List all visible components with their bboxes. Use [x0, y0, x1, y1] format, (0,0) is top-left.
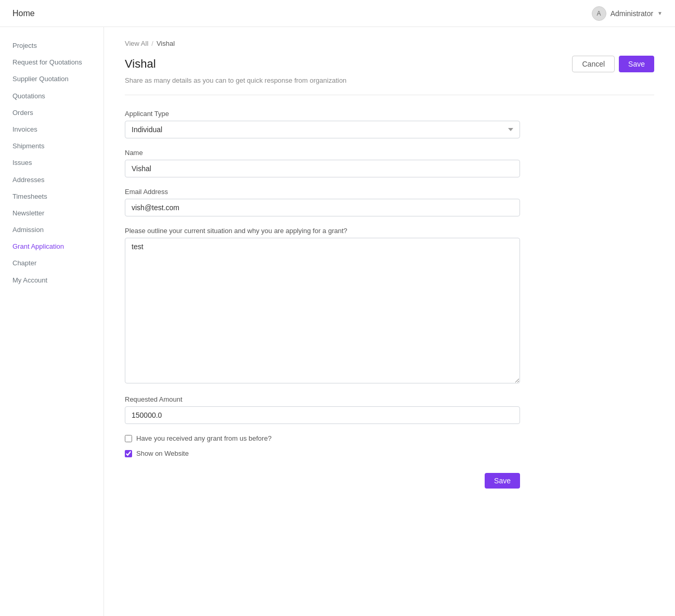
sidebar-item-newsletter[interactable]: Newsletter	[0, 205, 103, 222]
sidebar-item-orders[interactable]: Orders	[0, 105, 103, 121]
cancel-button[interactable]: Cancel	[572, 56, 615, 72]
show-on-website-group: Show on Website	[125, 450, 654, 457]
sidebar-item-addresses[interactable]: Addresses	[0, 172, 103, 188]
save-button-bottom[interactable]: Save	[485, 473, 520, 489]
show-on-website-label: Show on Website	[136, 450, 189, 457]
sidebar-item-admission[interactable]: Admission	[0, 222, 103, 238]
header: Home A Administrator ▼	[0, 0, 675, 27]
sidebar-item-invoices[interactable]: Invoices	[0, 121, 103, 138]
sidebar-item-projects[interactable]: Projects	[0, 37, 103, 54]
divider	[125, 95, 654, 95]
breadcrumb-parent[interactable]: View All	[125, 40, 148, 47]
sidebar-item-grant-application[interactable]: Grant Application	[0, 238, 103, 255]
applicant-type-label: Applicant Type	[125, 110, 520, 118]
page-subtitle: Share as many details as you can to get …	[125, 76, 654, 84]
save-button-top[interactable]: Save	[619, 56, 654, 72]
email-input[interactable]	[125, 199, 520, 216]
requested-amount-label: Requested Amount	[125, 395, 520, 403]
bottom-actions: Save	[125, 473, 520, 509]
chevron-down-icon: ▼	[657, 10, 663, 16]
received-grant-checkbox[interactable]	[125, 435, 132, 442]
applicant-type-group: Applicant Type Individual Organization	[125, 110, 520, 138]
situation-textarea[interactable]: test	[125, 238, 520, 383]
main-content: View All / Vishal Vishal Cancel Save Sha…	[104, 27, 675, 616]
situation-group: Please outline your current situation an…	[125, 227, 520, 385]
sidebar-item-timesheets[interactable]: Timesheets	[0, 188, 103, 205]
show-on-website-checkbox[interactable]	[125, 450, 132, 457]
sidebar: Projects Request for Quotations Supplier…	[0, 27, 104, 616]
email-label: Email Address	[125, 188, 520, 196]
breadcrumb-current: Vishal	[157, 40, 175, 47]
name-group: Name	[125, 149, 520, 177]
applicant-type-select[interactable]: Individual Organization	[125, 121, 520, 138]
sidebar-item-supplier-quotation[interactable]: Supplier Quotation	[0, 71, 103, 87]
user-menu[interactable]: A Administrator ▼	[592, 6, 663, 21]
sidebar-item-quotations[interactable]: Quotations	[0, 88, 103, 105]
sidebar-item-issues[interactable]: Issues	[0, 155, 103, 171]
breadcrumb: View All / Vishal	[125, 40, 654, 47]
avatar: A	[592, 6, 606, 21]
situation-label: Please outline your current situation an…	[125, 227, 520, 235]
page-actions: Cancel Save	[572, 56, 654, 72]
layout: Projects Request for Quotations Supplier…	[0, 27, 675, 616]
sidebar-item-chapter[interactable]: Chapter	[0, 255, 103, 272]
requested-amount-group: Requested Amount	[125, 395, 520, 424]
received-grant-group: Have you received any grant from us befo…	[125, 434, 654, 442]
home-title: Home	[12, 9, 35, 18]
page-header: Vishal Cancel Save	[125, 56, 654, 72]
received-grant-label: Have you received any grant from us befo…	[136, 434, 271, 442]
name-label: Name	[125, 149, 520, 157]
sidebar-item-shipments[interactable]: Shipments	[0, 138, 103, 155]
requested-amount-input[interactable]	[125, 406, 520, 424]
email-group: Email Address	[125, 188, 520, 216]
name-input[interactable]	[125, 160, 520, 177]
page-title: Vishal	[125, 57, 156, 71]
breadcrumb-separator: /	[151, 40, 153, 47]
grant-application-form: Applicant Type Individual Organization N…	[125, 110, 654, 509]
sidebar-item-request-for-quotations[interactable]: Request for Quotations	[0, 54, 103, 71]
sidebar-item-my-account[interactable]: My Account	[0, 272, 103, 289]
user-name: Administrator	[611, 9, 653, 18]
